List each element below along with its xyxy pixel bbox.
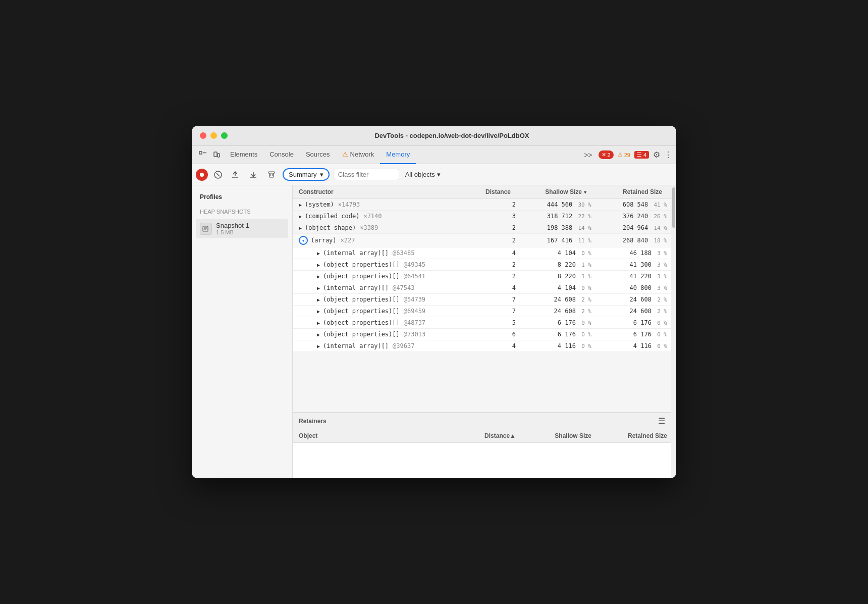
tab-elements[interactable]: Elements	[224, 146, 263, 164]
expand-arrow-icon[interactable]: ▶	[317, 309, 320, 314]
network-warning-icon: ⚠	[342, 150, 348, 158]
expand-arrow-icon[interactable]: ▶	[317, 274, 320, 279]
expand-arrow-icon[interactable]: ▶	[317, 343, 320, 349]
vertical-scrollbar[interactable]	[671, 185, 676, 478]
constructor-count: @64541	[404, 273, 425, 280]
table-row[interactable]: ▶ (object properties)[] @73013 6 6 176 0…	[293, 329, 671, 340]
window-title: DevTools - codepen.io/web-dot-dev/live/P…	[236, 132, 668, 139]
retainers-title: Retainers	[299, 418, 327, 425]
tab-memory[interactable]: Memory	[380, 146, 416, 164]
constructor-name: (internal array)[]	[323, 284, 389, 291]
expand-arrow-icon[interactable]: ▶	[317, 285, 320, 291]
expand-arrow-icon[interactable]: ▶	[317, 262, 320, 268]
table-body: ▶ (system) ×14793 2 444 560 30 % 608 548…	[293, 199, 671, 352]
constructor-count: ×227	[341, 237, 355, 244]
row-constructor: ▶ (internal array)[] @63485	[301, 247, 479, 259]
row-shallow-size: 4 116 0 %	[520, 340, 595, 351]
expand-arrow-icon[interactable]: ▶	[299, 225, 302, 231]
table-row[interactable]: ▶ (object shape) ×3389 2 198 388 14 % 20…	[293, 222, 671, 234]
export-icon[interactable]	[228, 168, 242, 182]
row-distance: 2	[479, 235, 520, 246]
retainers-object-header[interactable]: Object	[293, 429, 479, 442]
title-bar: DevTools - codepen.io/web-dot-dev/live/P…	[192, 126, 676, 146]
data-panel: Constructor Distance Shallow Size ▾ Reta…	[293, 185, 671, 478]
constructor-name: (object properties)[]	[323, 331, 400, 338]
row-constructor: ▶ (object shape) ×3389	[293, 222, 479, 233]
distance-header[interactable]: Distance	[474, 185, 515, 198]
retainers-menu-icon[interactable]: ☰	[658, 416, 665, 426]
row-shallow-size: 318 712 22 %	[520, 211, 595, 222]
table-row[interactable]: ▶ (object properties)[] @49345 2 8 220 1…	[293, 259, 671, 271]
retainers-distance-header[interactable]: Distance▲	[479, 429, 520, 442]
constructor-name: (object shape)	[305, 224, 356, 231]
error-badge: ✕ 2	[599, 150, 614, 159]
table-row[interactable]: ▶ (internal array)[] @47543 4 4 104 0 % …	[293, 282, 671, 294]
settings-icon[interactable]: ⚙	[653, 150, 660, 160]
row-retained-size: 204 964 14 %	[595, 222, 671, 233]
table-row[interactable]: ▶ (object properties)[] @54739 7 24 608 …	[293, 294, 671, 306]
retainers-shallow-header[interactable]: Shallow Size	[520, 429, 595, 442]
summary-dropdown[interactable]: Summary ▾	[283, 168, 330, 181]
heap-snapshots-section: HEAP SNAPSHOTS	[196, 207, 288, 217]
retainers-retained-header[interactable]: Retained Size	[595, 429, 671, 442]
retained-size-header[interactable]: Retained Size	[590, 185, 666, 198]
row-distance: 5	[479, 317, 520, 328]
expand-arrow-icon[interactable]: ▶	[317, 297, 320, 303]
expand-arrow-icon[interactable]: ▶	[317, 250, 320, 256]
constructor-count: @54739	[404, 296, 425, 303]
row-shallow-size: 6 176 0 %	[520, 317, 595, 328]
row-shallow-size: 8 220 1 %	[520, 259, 595, 270]
tab-sources[interactable]: Sources	[300, 146, 336, 164]
all-objects-dropdown[interactable]: All objects ▾	[405, 171, 441, 178]
import-icon[interactable]	[246, 168, 260, 182]
tab-console[interactable]: Console	[263, 146, 300, 164]
table-row[interactable]: ▶ (object properties)[] @64541 2 8 220 1…	[293, 271, 671, 282]
clear-button[interactable]	[212, 169, 224, 181]
snapshot-name: Snapshot 1	[216, 222, 284, 229]
row-shallow-size: 198 388 14 %	[520, 222, 595, 233]
retainers-table-header: Object Distance▲ Shallow Size Retained S…	[293, 429, 671, 443]
snapshot-size: 1.5 MB	[216, 229, 284, 235]
tab-network[interactable]: ⚠ Network	[336, 146, 381, 164]
table-row[interactable]: ▶ (object properties)[] @69459 7 24 608 …	[293, 306, 671, 317]
row-shallow-size: 167 416 11 %	[520, 235, 595, 246]
retainers-panel: Retainers ☰ Object Distance▲ Shallow Siz…	[293, 412, 671, 478]
constructor-header[interactable]: Constructor	[293, 185, 474, 198]
minimize-button[interactable]	[210, 132, 217, 139]
expand-arrow-icon[interactable]: ▶	[299, 202, 302, 208]
constructor-name: (internal array)[]	[323, 342, 389, 349]
row-shallow-size: 4 104 0 %	[520, 282, 595, 293]
table-row[interactable]: ▶ (internal array)[] @63485 4 4 104 0 % …	[293, 247, 671, 259]
constructor-count: @39637	[393, 342, 414, 349]
expand-arrow-icon[interactable]: ▶	[317, 320, 320, 326]
tab-bar: Elements Console Sources ⚠ Network Memor…	[192, 146, 676, 164]
class-filter-input[interactable]	[334, 169, 399, 180]
snapshot-item[interactable]: Snapshot 1 1.5 MB	[196, 219, 288, 238]
expand-arrow-icon[interactable]: ▾	[299, 236, 308, 245]
scrollbar-thumb[interactable]	[672, 187, 675, 228]
row-retained-size: 40 800 3 %	[595, 282, 671, 293]
expand-arrow-icon[interactable]: ▶	[299, 214, 302, 219]
maximize-button[interactable]	[221, 132, 228, 139]
row-constructor: ▶ (object properties)[] @64541	[301, 271, 479, 282]
device-toolbar-icon[interactable]	[210, 148, 224, 162]
more-options-icon[interactable]: ⋮	[664, 150, 672, 160]
table-row[interactable]: ▾ (array) ×227 2 167 416 11 % 268 840 18…	[293, 234, 671, 247]
constructor-name: (object properties)[]	[323, 296, 400, 303]
table-row[interactable]: ▶ (system) ×14793 2 444 560 30 % 608 548…	[293, 199, 671, 211]
element-picker-icon[interactable]	[196, 148, 210, 162]
close-button[interactable]	[200, 132, 206, 139]
sort-arrow-icon: ▾	[584, 189, 586, 195]
row-constructor: ▶ (system) ×14793	[293, 199, 479, 210]
constructor-count: @47543	[393, 284, 414, 291]
row-constructor: ▶ (object properties)[] @49345	[301, 259, 479, 270]
constructor-name: (object properties)[]	[323, 319, 400, 326]
table-row[interactable]: ▶ (compiled code) ×7140 3 318 712 22 % 3…	[293, 211, 671, 222]
record-button[interactable]	[196, 169, 208, 181]
more-tabs-button[interactable]: >>	[582, 151, 594, 159]
expand-arrow-icon[interactable]: ▶	[317, 332, 320, 337]
shallow-size-header[interactable]: Shallow Size ▾	[515, 185, 590, 198]
collect-garbage-icon[interactable]	[264, 168, 279, 182]
table-row[interactable]: ▶ (internal array)[] @39637 4 4 116 0 % …	[293, 340, 671, 352]
table-row[interactable]: ▶ (object properties)[] @48737 5 6 176 0…	[293, 317, 671, 329]
